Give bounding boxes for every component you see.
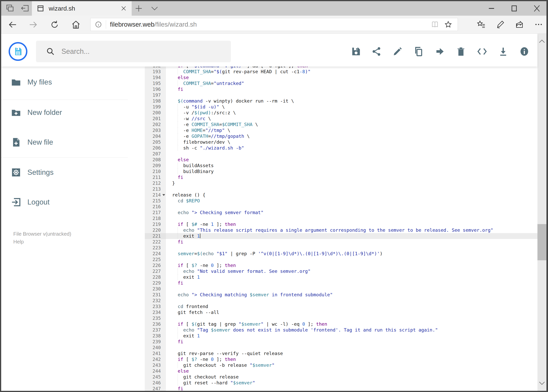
settings-more-icon[interactable] bbox=[534, 20, 543, 29]
code-line[interactable]: 242 if [ $? -ne 0 ]; then bbox=[145, 356, 537, 362]
code-line[interactable]: 246 git reset --hard "$semver" bbox=[145, 380, 537, 386]
share-button[interactable] bbox=[371, 46, 382, 56]
code-line[interactable]: 225 bbox=[145, 257, 537, 262]
delete-button[interactable] bbox=[456, 46, 466, 56]
fold-marker-icon[interactable] bbox=[162, 194, 165, 196]
code-line[interactable]: 232 bbox=[145, 298, 537, 304]
sidebar-item-new-folder[interactable]: New folder bbox=[1, 103, 138, 122]
code-line[interactable]: 196 fi bbox=[145, 86, 537, 92]
code-line[interactable]: 226 if [ $? -ne 0 ]; then bbox=[145, 262, 537, 268]
copy-button[interactable] bbox=[414, 46, 424, 56]
new-tab-button[interactable] bbox=[135, 4, 143, 13]
code-line[interactable]: 235 bbox=[145, 315, 537, 321]
code-line[interactable]: 228 exit 1 bbox=[145, 274, 537, 280]
code-view-button[interactable] bbox=[477, 46, 487, 56]
code-line[interactable]: 222 fi bbox=[145, 239, 537, 245]
code-line[interactable]: 208 else bbox=[145, 157, 537, 163]
url-text[interactable]: filebrowser.web/files/wizard.sh bbox=[110, 21, 431, 28]
home-icon[interactable] bbox=[71, 20, 81, 29]
code-line[interactable]: 221 exit 1 bbox=[145, 233, 537, 239]
code-line[interactable]: 206 sh -c "./wizard.sh -b" bbox=[145, 145, 537, 151]
code-line[interactable]: 217 echo "> Checking semver format" bbox=[145, 210, 537, 216]
code-line[interactable]: 197 bbox=[145, 92, 537, 98]
share-page-icon[interactable] bbox=[515, 20, 524, 29]
search-box[interactable]: Search... bbox=[36, 41, 231, 62]
code-line[interactable]: 215 cd $REPO bbox=[145, 198, 537, 204]
code-line[interactable]: 212} bbox=[145, 180, 537, 186]
tab-close-icon[interactable] bbox=[121, 6, 127, 11]
browser-tab[interactable]: wizard.sh bbox=[32, 1, 132, 16]
code-line[interactable]: 203 -e HOME="//tmp" \ bbox=[145, 127, 537, 133]
ink-pen-icon[interactable] bbox=[496, 20, 505, 29]
favorite-star-icon[interactable] bbox=[444, 21, 452, 28]
tab-preview-icon[interactable] bbox=[5, 4, 14, 13]
code-line[interactable]: 234 git fetch --all bbox=[145, 309, 537, 315]
code-line[interactable]: 192 if [ "$(command -v git)" ] && [ -d .… bbox=[145, 67, 537, 69]
window-maximize-button[interactable] bbox=[510, 4, 519, 13]
code-line[interactable]: 210 buildBinary bbox=[145, 168, 537, 174]
move-button[interactable] bbox=[435, 46, 445, 56]
code-line[interactable]: 231 echo "> Checking matching $semver in… bbox=[145, 292, 537, 298]
code-line[interactable]: 240 bbox=[145, 345, 537, 350]
code-line[interactable]: 229 fi bbox=[145, 280, 537, 286]
code-line[interactable]: 201 -w //src \ bbox=[145, 116, 537, 121]
code-line[interactable]: 220 echo "This release script requires a… bbox=[145, 227, 537, 233]
code-line[interactable]: 227 echo "Not valid semver format. See s… bbox=[145, 268, 537, 274]
scroll-down-icon[interactable] bbox=[539, 381, 545, 385]
code-line[interactable]: 202 -e COMMIT_SHA=$COMMIT_SHA \ bbox=[145, 121, 537, 127]
filebrowser-logo[interactable] bbox=[9, 42, 28, 61]
window-close-button[interactable] bbox=[532, 4, 541, 13]
code-line[interactable]: 241 git rev-parse --verify --quiet relea… bbox=[145, 350, 537, 356]
page-scrollbar[interactable] bbox=[537, 34, 547, 391]
info-button[interactable] bbox=[519, 46, 529, 56]
sidebar-item-my-files[interactable]: My files bbox=[1, 73, 138, 91]
site-info-icon[interactable] bbox=[95, 21, 102, 28]
edit-button[interactable] bbox=[392, 46, 403, 56]
code-line[interactable]: 245 git checkout release bbox=[145, 374, 537, 380]
scroll-up-icon[interactable] bbox=[539, 39, 545, 43]
url-bar[interactable]: filebrowser.web/files/wizard.sh bbox=[90, 18, 458, 31]
code-line[interactable]: 207 bbox=[145, 151, 537, 157]
sidebar-item-settings[interactable]: Settings bbox=[1, 163, 138, 182]
forward-icon[interactable] bbox=[28, 20, 38, 29]
code-line[interactable]: 213 bbox=[145, 186, 537, 192]
code-line[interactable]: 211 fi bbox=[145, 174, 537, 180]
code-line[interactable]: 238 exit 1 bbox=[145, 333, 537, 339]
set-tabs-aside-icon[interactable] bbox=[20, 4, 29, 13]
code-line[interactable]: 216 bbox=[145, 204, 537, 210]
code-line[interactable]: 195 COMMIT_SHA="untracked" bbox=[145, 80, 537, 86]
code-line[interactable]: 194 else bbox=[145, 75, 537, 80]
tab-list-chevron-icon[interactable] bbox=[151, 6, 159, 11]
code-line[interactable]: 214release () { bbox=[145, 192, 537, 198]
code-line[interactable]: 247 fi bbox=[145, 386, 537, 391]
help-link[interactable]: Help bbox=[13, 238, 71, 246]
sidebar-item-new-file[interactable]: New file bbox=[1, 133, 138, 152]
sidebar-item-logout[interactable]: Logout bbox=[1, 193, 138, 211]
code-line[interactable]: 198 $(command -v winpty) docker run --rm… bbox=[145, 98, 537, 104]
code-line[interactable]: 239 fi bbox=[145, 339, 537, 345]
code-line[interactable]: 236 if [ $(git tag | grep "$semver" | wc… bbox=[145, 321, 537, 327]
code-line[interactable]: 243 git checkout -b release "$semver" bbox=[145, 362, 537, 368]
code-line[interactable]: 204 -e GOPATH=//tmp/gopath \ bbox=[145, 133, 537, 139]
scrollbar-thumb[interactable] bbox=[537, 224, 547, 260]
code-line[interactable]: 219 if [ $# -ne 1 ]; then bbox=[145, 221, 537, 227]
code-line[interactable]: 209 buildAssets bbox=[145, 163, 537, 168]
refresh-icon[interactable] bbox=[50, 20, 59, 29]
code-line[interactable]: 199 -u "$(id -u)" \ bbox=[145, 104, 537, 110]
code-line[interactable]: 224 semver=$(echo "$1" | grep -P '^v(0|[… bbox=[145, 251, 537, 257]
code-line[interactable]: 200 -v /$(pwd):/src:z \ bbox=[145, 110, 537, 116]
back-icon[interactable] bbox=[8, 20, 18, 29]
code-line[interactable]: 237 echo "Tag $semver does not exist in … bbox=[145, 327, 537, 333]
window-minimize-button[interactable] bbox=[487, 4, 496, 13]
code-line[interactable]: 223 bbox=[145, 245, 537, 251]
code-line[interactable]: 230 bbox=[145, 286, 537, 292]
code-editor[interactable]: 192 if [ "$(command -v git)" ] && [ -d .… bbox=[145, 67, 537, 391]
hub-favorites-icon[interactable] bbox=[477, 20, 486, 29]
reading-view-icon[interactable] bbox=[431, 21, 439, 28]
code-line[interactable]: 233 cd frontend bbox=[145, 304, 537, 309]
download-button[interactable] bbox=[498, 46, 508, 56]
code-line[interactable]: 244 else bbox=[145, 368, 537, 374]
code-line[interactable]: 205 filebrowser/dev \ bbox=[145, 139, 537, 145]
code-line[interactable]: 218 bbox=[145, 216, 537, 221]
code-line[interactable]: 193 COMMIT_SHA="$(git rev-parse HEAD | c… bbox=[145, 69, 537, 75]
